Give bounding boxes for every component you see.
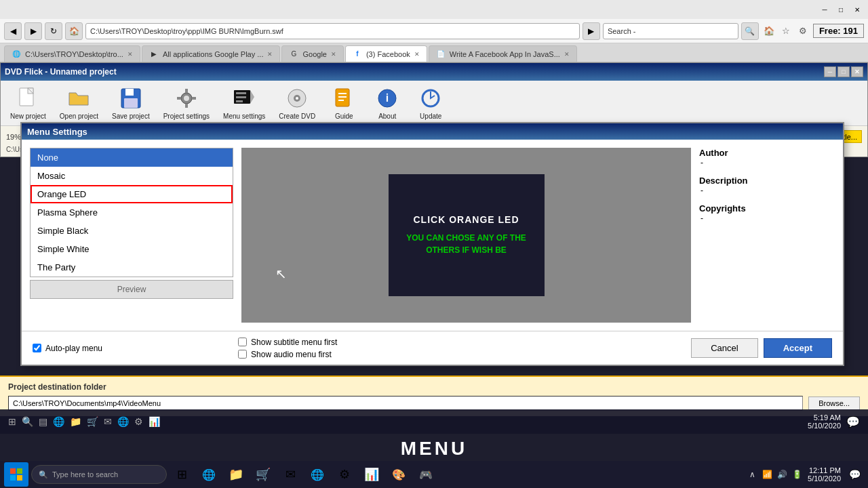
cursor-indicator: ↖	[275, 266, 287, 282]
go-btn[interactable]: ▶	[583, 22, 600, 40]
menu-item-the-party[interactable]: The Party	[31, 258, 233, 277]
refresh-btn[interactable]: ↻	[45, 22, 62, 40]
menu-item-orange-led[interactable]: Orange LED	[31, 185, 233, 203]
taskbar-app3[interactable]: 🎮	[414, 462, 438, 487]
tab-2[interactable]: ▶ All applications Google Play ... ✕	[142, 45, 281, 62]
flash-icon-10[interactable]: 📊	[149, 416, 160, 427]
forward-btn[interactable]: ▶	[24, 22, 42, 40]
home-btn[interactable]: 🏠	[65, 22, 83, 40]
menu-settings-btn[interactable]: Menu settings	[218, 83, 271, 123]
start-button[interactable]	[4, 462, 28, 487]
open-project-icon	[66, 86, 91, 110]
maximize-btn[interactable]: □	[835, 4, 846, 15]
flash-label: MENU	[0, 438, 868, 460]
subtitle-checkbox[interactable]	[238, 338, 247, 346]
windows-taskbar: 🔍 Type here to search ⊞ 🌐 📁 🛒 ✉ 🌐 ⚙ 📊 🎨 …	[0, 461, 868, 488]
home-icon[interactable]: 🏠	[762, 24, 776, 39]
taskbar-store[interactable]: 🛒	[251, 462, 275, 487]
notification-icon[interactable]: 💬	[845, 465, 864, 484]
tab-2-close[interactable]: ✕	[267, 51, 273, 58]
tab-5[interactable]: 📄 Write A Facebook App In JavaS... ✕	[429, 45, 577, 62]
taskbar-task-view[interactable]: ⊞	[170, 462, 194, 487]
taskbar-settings[interactable]: ⚙	[332, 462, 357, 487]
dialog-footer: Auto-play menu Show subtitle menu first …	[22, 331, 843, 365]
clock-time: 12:11 PM	[808, 466, 841, 474]
project-settings-btn[interactable]: Project settings	[158, 83, 215, 123]
new-project-btn[interactable]: New project	[5, 83, 52, 123]
preview-button[interactable]: Preview	[30, 280, 233, 299]
close-btn[interactable]: ✕	[852, 4, 863, 15]
project-settings-label: Project settings	[163, 113, 210, 120]
menu-item-plasma-sphere[interactable]: Plasma Sphere	[31, 203, 233, 222]
update-label: Update	[420, 113, 441, 120]
app-restore-btn[interactable]: □	[837, 66, 850, 77]
tray-up-arrow[interactable]: ∧	[745, 468, 759, 481]
description-value: -	[699, 186, 835, 195]
flash-icon-6[interactable]: 🛒	[87, 416, 98, 427]
tray-sound[interactable]: 🔊	[775, 468, 789, 481]
search-bar[interactable]: Search -	[603, 23, 738, 39]
minimize-btn[interactable]: ─	[819, 4, 830, 15]
about-btn[interactable]: i About	[367, 83, 408, 123]
taskbar-edge[interactable]: 🌐	[197, 462, 221, 487]
flash-icon-8[interactable]: 🌐	[117, 416, 129, 427]
flash-icon-1[interactable]: ⊞	[8, 416, 16, 427]
create-dvd-btn[interactable]: Create DVD	[273, 83, 321, 123]
svg-rect-21	[338, 93, 347, 94]
update-btn[interactable]: Update	[410, 83, 451, 123]
tab-3-close[interactable]: ✕	[331, 51, 336, 58]
tab-4-close[interactable]: ✕	[414, 51, 420, 58]
flash-msg-icon[interactable]: 💬	[846, 415, 860, 428]
address-bar[interactable]: C:\Users\TROY\Desktop\troy\ppp\IMG BURN\…	[85, 23, 580, 39]
menu-item-simple-white[interactable]: Simple White	[31, 240, 233, 258]
audio-checkbox[interactable]	[238, 350, 247, 359]
menu-settings-icon	[232, 86, 256, 110]
taskbar-ie[interactable]: 🌐	[305, 462, 330, 487]
author-value: -	[699, 158, 835, 167]
svg-rect-4	[125, 89, 134, 96]
open-project-btn[interactable]: Open project	[54, 83, 104, 123]
guide-btn[interactable]: Guide	[323, 83, 364, 123]
dest-input[interactable]	[8, 396, 803, 411]
menu-item-mosaic[interactable]: Mosaic	[31, 167, 233, 185]
flash-icon-2[interactable]: 🔍	[22, 416, 33, 427]
svg-point-19	[296, 97, 298, 100]
flash-icon-5[interactable]: 📁	[70, 416, 81, 427]
cancel-button[interactable]: Cancel	[691, 338, 757, 358]
tab-1-close[interactable]: ✕	[127, 51, 133, 58]
taskbar-explorer[interactable]: 📁	[224, 462, 248, 487]
menu-item-simple-black[interactable]: Simple Black	[31, 222, 233, 240]
menu-item-none[interactable]: None	[31, 148, 233, 167]
search-text: Search -	[608, 27, 636, 35]
gear-icon[interactable]: ⚙	[795, 24, 810, 39]
audio-group: Show audio menu first	[238, 350, 337, 359]
flash-clock: 5:19 AM5/10/2020	[808, 413, 841, 430]
tray-battery[interactable]: 🔋	[790, 468, 804, 481]
copyrights-value: -	[699, 214, 835, 223]
taskbar-app1[interactable]: 📊	[359, 462, 384, 487]
app-close-btn[interactable]: ✕	[851, 66, 863, 77]
flash-icon-3[interactable]: ▤	[39, 416, 47, 427]
taskbar-clock[interactable]: 12:11 PM 5/10/2020	[808, 466, 841, 483]
tab-4[interactable]: f (3) Facebook ✕	[345, 45, 427, 62]
tab-1[interactable]: 🌐 C:\Users\TROY\Desktop\tro... ✕	[4, 45, 140, 62]
search-btn[interactable]: 🔍	[741, 22, 759, 40]
taskbar-mail[interactable]: ✉	[278, 462, 302, 487]
svg-rect-8	[185, 89, 188, 93]
tab-3[interactable]: G Google ✕	[281, 45, 343, 62]
taskbar-app2[interactable]: 🎨	[387, 462, 411, 487]
address-text: C:\Users\TROY\Desktop\troy\ppp\IMG BURN\…	[90, 27, 283, 35]
save-project-btn[interactable]: Save project	[106, 83, 155, 123]
browse-button[interactable]: Browse...	[808, 396, 860, 410]
flash-icon-4[interactable]: 🌐	[53, 416, 64, 427]
flash-icon-7[interactable]: ✉	[104, 416, 112, 427]
app-minimize-btn[interactable]: ─	[824, 66, 836, 77]
accept-button[interactable]: Accept	[764, 338, 832, 358]
taskbar-search[interactable]: 🔍 Type here to search	[31, 465, 167, 484]
flash-icon-9[interactable]: ⚙	[134, 416, 143, 427]
tab-5-close[interactable]: ✕	[564, 51, 570, 58]
tray-network[interactable]: 📶	[760, 468, 774, 481]
autoplay-checkbox[interactable]	[33, 344, 41, 352]
back-btn[interactable]: ◀	[4, 22, 22, 40]
star-icon[interactable]: ☆	[778, 24, 793, 39]
